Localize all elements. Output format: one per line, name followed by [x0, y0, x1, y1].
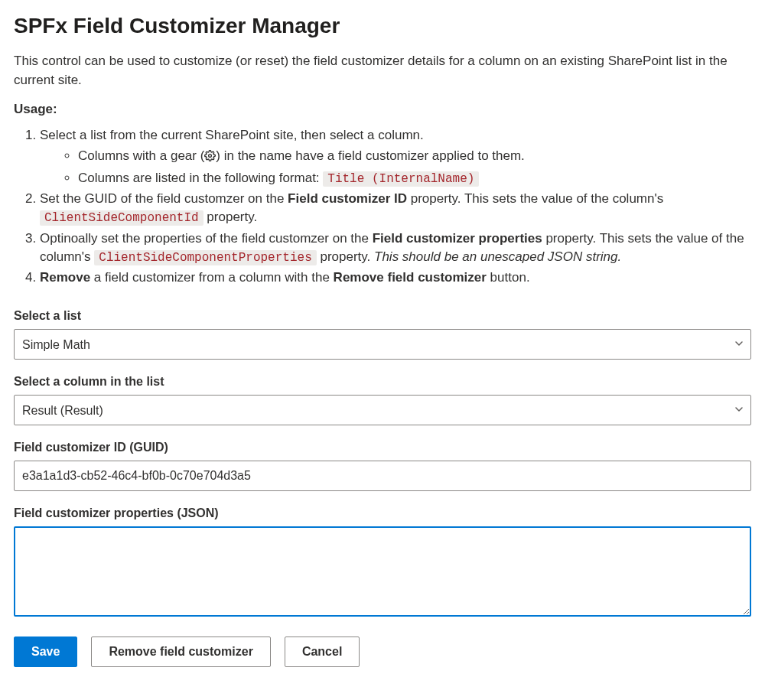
usage-step-2-post: property.	[203, 210, 258, 224]
usage-step-3: Optinoally set the properties of the fie…	[40, 230, 751, 268]
button-row: Save Remove field customizer Cancel	[14, 637, 751, 667]
remove-customizer-button[interactable]: Remove field customizer	[91, 637, 271, 667]
usage-step-2-pre: Set the GUID of the field customzer on t…	[40, 191, 288, 206]
usage-list: Select a list from the current SharePoin…	[14, 126, 751, 288]
gear-icon	[204, 148, 216, 168]
guid-input[interactable]	[14, 461, 751, 491]
usage-step-1a-post: ) in the name have a field customizer ap…	[216, 148, 525, 163]
usage-step-3-bold: Field customizer properties	[373, 231, 542, 246]
usage-step-3-pre: Optinoally set the properties of the fie…	[40, 231, 373, 246]
guid-wrap	[14, 461, 751, 491]
usage-step-4: Remove a field customizer from a column …	[40, 269, 751, 288]
props-textarea[interactable]	[14, 526, 751, 617]
usage-step-1: Select a list from the current SharePoin…	[40, 126, 751, 187]
usage-step-2-bold: Field customizer ID	[288, 191, 407, 206]
usage-step-1b-pre: Columns are listed in the following form…	[78, 171, 323, 185]
usage-step-4-post: button.	[487, 270, 530, 285]
usage-step-1a: Columns with a gear () in the name have …	[78, 147, 751, 168]
select-column[interactable]: Result (Result)	[14, 395, 751, 425]
guid-label: Field customizer ID (GUID)	[14, 441, 751, 454]
usage-heading: Usage:	[14, 102, 751, 117]
page-root: SPFx Field Customizer Manager This contr…	[0, 0, 765, 689]
props-label: Field customizer properties (JSON)	[14, 506, 751, 520]
svg-point-0	[209, 155, 212, 158]
usage-step-1b: Columns are listed in the following form…	[78, 169, 751, 188]
usage-step-1-sublist: Columns with a gear () in the name have …	[40, 147, 751, 188]
usage-step-2-code: ClientSideComponentId	[40, 210, 203, 226]
intro-text: This control can be used to customize (o…	[14, 52, 751, 90]
usage-step-1a-pre: Columns with a gear (	[78, 148, 204, 163]
usage-step-1-text: Select a list from the current SharePoin…	[40, 128, 424, 142]
select-list[interactable]: Simple Math	[14, 329, 751, 360]
usage-step-4-bold1: Remove	[40, 270, 90, 285]
usage-step-3-italic: This should be an unescaped JSON string.	[374, 249, 621, 264]
usage-step-4-mid: a field customizer from a column with th…	[90, 270, 333, 285]
select-column-wrap: Result (Result)	[14, 395, 751, 425]
usage-step-1b-code: Title (InternalName)	[323, 171, 479, 187]
usage-step-4-bold2: Remove field customizer	[334, 270, 487, 285]
usage-step-2: Set the GUID of the field customzer on t…	[40, 190, 751, 228]
usage-step-2-mid: property. This sets the value of the col…	[407, 191, 663, 206]
select-list-label: Select a list	[14, 309, 751, 323]
page-title: SPFx Field Customizer Manager	[14, 14, 751, 38]
usage-step-3-code: ClientSideComponentProperties	[94, 250, 316, 265]
props-wrap	[14, 526, 751, 620]
save-button[interactable]: Save	[14, 637, 77, 667]
select-list-wrap: Simple Math	[14, 329, 751, 360]
usage-step-3-post1: property.	[317, 249, 374, 264]
cancel-button[interactable]: Cancel	[285, 637, 360, 667]
select-column-label: Select a column in the list	[14, 375, 751, 389]
